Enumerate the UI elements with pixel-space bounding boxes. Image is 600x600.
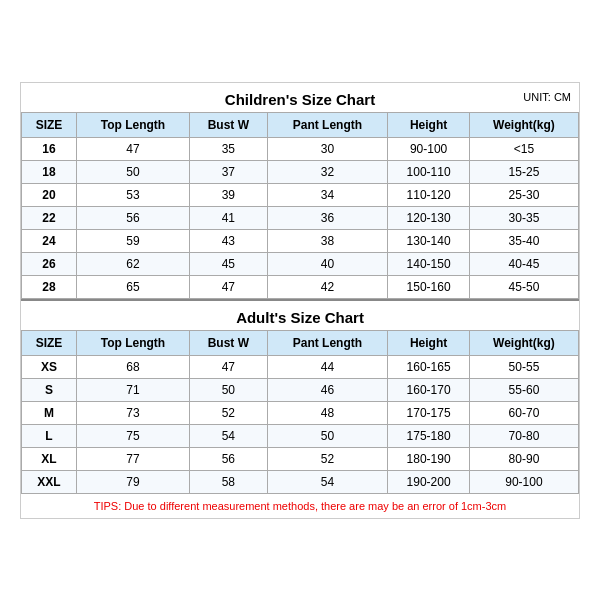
table-cell: 24 xyxy=(22,229,77,252)
table-row: 22564136120-13030-35 xyxy=(22,206,579,229)
table-cell: 25-30 xyxy=(469,183,578,206)
children-col-bust: Bust W xyxy=(190,112,268,137)
adults-col-height: Height xyxy=(388,330,470,355)
table-cell: 15-25 xyxy=(469,160,578,183)
table-cell: 22 xyxy=(22,206,77,229)
table-cell: 54 xyxy=(267,470,388,493)
table-cell: 90-100 xyxy=(469,470,578,493)
table-cell: 32 xyxy=(267,160,388,183)
table-cell: 47 xyxy=(190,355,268,378)
table-cell: 70-80 xyxy=(469,424,578,447)
adults-col-size: SIZE xyxy=(22,330,77,355)
table-cell: 30 xyxy=(267,137,388,160)
adults-col-bust: Bust W xyxy=(190,330,268,355)
table-row: M735248170-17560-70 xyxy=(22,401,579,424)
table-cell: 120-130 xyxy=(388,206,470,229)
table-cell: XS xyxy=(22,355,77,378)
table-cell: L xyxy=(22,424,77,447)
table-cell: 47 xyxy=(76,137,189,160)
table-cell: 58 xyxy=(190,470,268,493)
table-row: L755450175-18070-80 xyxy=(22,424,579,447)
table-cell: 175-180 xyxy=(388,424,470,447)
table-row: S715046160-17055-60 xyxy=(22,378,579,401)
table-row: 24594338130-14035-40 xyxy=(22,229,579,252)
table-cell: 160-165 xyxy=(388,355,470,378)
table-cell: 36 xyxy=(267,206,388,229)
table-row: XXL795854190-20090-100 xyxy=(22,470,579,493)
table-cell: 28 xyxy=(22,275,77,298)
table-row: XL775652180-19080-90 xyxy=(22,447,579,470)
table-cell: 160-170 xyxy=(388,378,470,401)
table-cell: 130-140 xyxy=(388,229,470,252)
table-cell: 73 xyxy=(76,401,189,424)
table-row: XS684744160-16550-55 xyxy=(22,355,579,378)
children-header-row: SIZE Top Length Bust W Pant Length Heigh… xyxy=(22,112,579,137)
children-col-weight: Weight(kg) xyxy=(469,112,578,137)
table-cell: 35 xyxy=(190,137,268,160)
table-cell: 68 xyxy=(76,355,189,378)
children-col-size: SIZE xyxy=(22,112,77,137)
table-cell: 60-70 xyxy=(469,401,578,424)
table-cell: 55-60 xyxy=(469,378,578,401)
table-cell: 71 xyxy=(76,378,189,401)
table-cell: 180-190 xyxy=(388,447,470,470)
table-cell: 37 xyxy=(190,160,268,183)
children-col-height: Height xyxy=(388,112,470,137)
table-cell: XXL xyxy=(22,470,77,493)
table-cell: 44 xyxy=(267,355,388,378)
table-cell: 140-150 xyxy=(388,252,470,275)
table-cell: 43 xyxy=(190,229,268,252)
children-col-pant: Pant Length xyxy=(267,112,388,137)
table-cell: 50 xyxy=(190,378,268,401)
table-row: 20533934110-12025-30 xyxy=(22,183,579,206)
children-col-top-length: Top Length xyxy=(76,112,189,137)
table-cell: 30-35 xyxy=(469,206,578,229)
table-row: 1647353090-100<15 xyxy=(22,137,579,160)
chart-container: Children's Size Chart UNIT: CM SIZE Top … xyxy=(20,82,580,519)
table-cell: 77 xyxy=(76,447,189,470)
table-cell: 48 xyxy=(267,401,388,424)
table-cell: 18 xyxy=(22,160,77,183)
children-title: Children's Size Chart UNIT: CM xyxy=(21,83,579,112)
table-cell: 80-90 xyxy=(469,447,578,470)
adults-table: SIZE Top Length Bust W Pant Length Heigh… xyxy=(21,330,579,494)
table-cell: 45 xyxy=(190,252,268,275)
table-cell: 150-160 xyxy=(388,275,470,298)
table-cell: 59 xyxy=(76,229,189,252)
table-cell: 42 xyxy=(267,275,388,298)
table-row: 26624540140-15040-45 xyxy=(22,252,579,275)
table-cell: 54 xyxy=(190,424,268,447)
table-cell: 20 xyxy=(22,183,77,206)
table-cell: 53 xyxy=(76,183,189,206)
table-cell: 110-120 xyxy=(388,183,470,206)
children-table: SIZE Top Length Bust W Pant Length Heigh… xyxy=(21,112,579,299)
table-row: 28654742150-16045-50 xyxy=(22,275,579,298)
table-cell: 47 xyxy=(190,275,268,298)
table-cell: 41 xyxy=(190,206,268,229)
table-cell: 90-100 xyxy=(388,137,470,160)
table-cell: XL xyxy=(22,447,77,470)
table-cell: 56 xyxy=(76,206,189,229)
table-cell: 190-200 xyxy=(388,470,470,493)
table-cell: 46 xyxy=(267,378,388,401)
table-cell: 79 xyxy=(76,470,189,493)
table-cell: 35-40 xyxy=(469,229,578,252)
table-cell: 100-110 xyxy=(388,160,470,183)
table-cell: 45-50 xyxy=(469,275,578,298)
adults-col-weight: Weight(kg) xyxy=(469,330,578,355)
children-tbody: 1647353090-100<1518503732100-11015-25205… xyxy=(22,137,579,298)
table-cell: 50 xyxy=(76,160,189,183)
adults-tbody: XS684744160-16550-55S715046160-17055-60M… xyxy=(22,355,579,493)
tips-text: TIPS: Due to different measurement metho… xyxy=(21,494,579,518)
table-cell: 34 xyxy=(267,183,388,206)
table-cell: 50 xyxy=(267,424,388,447)
adults-col-pant: Pant Length xyxy=(267,330,388,355)
table-cell: 16 xyxy=(22,137,77,160)
table-cell: 52 xyxy=(190,401,268,424)
table-row: 18503732100-11015-25 xyxy=(22,160,579,183)
table-cell: 75 xyxy=(76,424,189,447)
children-title-text: Children's Size Chart xyxy=(225,91,375,108)
table-cell: 50-55 xyxy=(469,355,578,378)
table-cell: <15 xyxy=(469,137,578,160)
table-cell: 40 xyxy=(267,252,388,275)
